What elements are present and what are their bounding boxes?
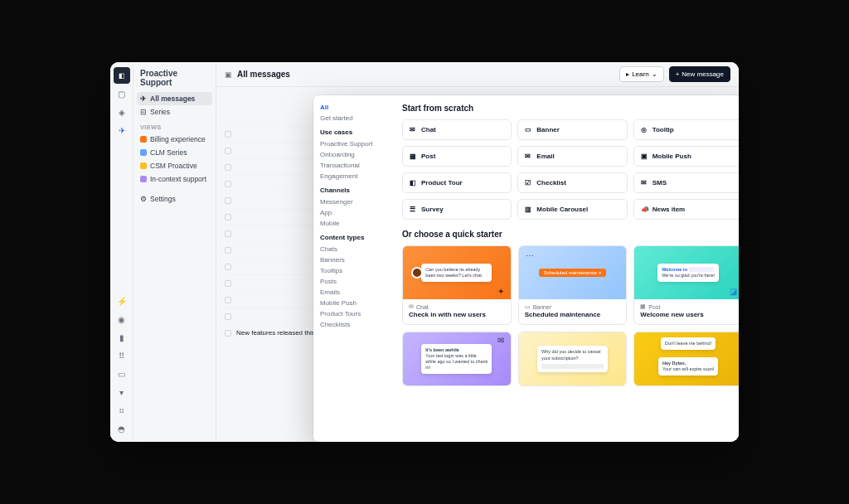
filter-use-case[interactable]: Proactive Support [320,138,386,149]
starter-card-banner-maintenance[interactable]: Scheduled maintenance × ⋯ ▭Banner Schedu… [518,245,628,325]
row-checkbox[interactable] [225,181,231,187]
filter-all[interactable]: All [320,102,386,113]
sidebar-view-incontext[interactable]: In-context support [137,172,212,186]
filter-content-type[interactable]: Product Tours [320,308,386,319]
sidebar-views-header: VIEWS [137,119,212,133]
sidebar-view-billing[interactable]: Billing experience [137,133,212,146]
starter-card-chat-checkin[interactable]: Can you believe its already been two wee… [402,245,512,325]
avatar-icon [411,267,423,279]
banner-icon: ▭ [525,126,532,133]
sidebar-view-csm[interactable]: CSM Proactive [137,159,212,172]
starter-card-cart-expiry[interactable]: Don't leave me behind! Hey Dylan, Your c… [633,332,739,386]
scratch-chip-mobile-push[interactable]: ▣Mobile Push [633,146,739,167]
scratch-chip-chat[interactable]: ✉Chat [402,119,512,140]
sidebar-title: Proactive Support [137,67,212,92]
bubble-text: Why did you decide to cancel your subscr… [537,346,608,371]
scratch-chip-survey[interactable]: ☰Survey [402,199,512,220]
scratch-chip-checklist[interactable]: ☑Checklist [517,172,627,193]
sidebar-item-all-messages[interactable]: ✈ All messages [137,92,212,105]
rail-reports-icon[interactable]: ▮ [114,329,130,346]
filter-content-type[interactable]: Chats [320,244,386,254]
rail-cart-icon[interactable]: ▾ [114,384,130,400]
filter-use-case[interactable]: Engagement [320,171,386,182]
filter-channel[interactable]: Mobile [320,218,386,229]
filter-content-type[interactable]: Posts [320,276,386,287]
plus-icon: + [676,70,680,78]
news-item-icon: 📣 [641,206,648,213]
row-checkbox[interactable] [225,264,231,270]
row-checkbox[interactable] [225,214,231,220]
filter-use-case[interactable]: Transactional [320,160,386,171]
scratch-chip-tooltip[interactable]: ◎Tooltip [633,119,739,140]
bubble-text: Welcome to We're so glad you're here! [657,264,719,282]
row-checkbox[interactable] [225,164,231,171]
new-message-modal: × All Get started Use cases Proactive Su… [313,95,739,442]
row-checkbox[interactable] [225,230,231,237]
chat-icon: ✉ [409,303,414,310]
dot-icon [140,149,147,156]
card-thumb: Scheduled maintenance × ⋯ [519,246,627,299]
starter-card-post-welcome[interactable]: Welcome to We're so glad you're here! ◪ … [633,245,739,325]
rail-inbox-icon[interactable]: ▢ [114,85,130,102]
starter-card-cancel-survey[interactable]: Why did you decide to cancel your subscr… [518,332,628,386]
filter-content-type[interactable]: Banners [320,254,386,265]
topbar: ▣ All messages ▸ Learn ⌄ + New message [216,62,739,87]
filter-content-type[interactable]: Emails [320,287,386,298]
filter-content-type[interactable]: Mobile Push [320,298,386,308]
starter-title: Or choose a quick starter [402,230,739,239]
filter-content-type[interactable]: Tooltips [320,265,386,276]
rail-apps-icon[interactable]: ⠶ [114,402,130,419]
scratch-chip-news-item[interactable]: 📣News item [633,199,739,220]
tooltip-icon: ◎ [641,126,648,133]
scratch-chip-product-tour[interactable]: ◧Product Tour [402,172,512,193]
scratch-chip-banner[interactable]: ▭Banner [517,119,627,140]
sidebar-view-clm[interactable]: CLM Series [137,146,212,159]
filter-channel[interactable]: Messenger [320,196,386,207]
scratch-chip-post[interactable]: ▦Post [402,146,512,167]
row-checkbox[interactable] [225,313,231,320]
rail-book-icon[interactable]: ▭ [114,366,130,382]
modal-body: Start from scratch ✉Chat▭Banner◎Tooltip▦… [392,95,739,442]
card-thumb: It's been awhile Your last login was a l… [403,332,511,385]
ribbon-text: Scheduled maintenance × [539,269,607,277]
post-icon: ▦ [640,303,646,310]
app-logo-icon[interactable]: ◧ [114,67,130,84]
modal-sidebar: All Get started Use cases Proactive Supp… [313,95,392,442]
rail-automation-icon[interactable]: ⚡ [114,293,130,309]
row-checkbox[interactable] [225,297,231,303]
row-checkbox[interactable] [225,197,231,204]
bubble-text: It's been awhile Your last login was a l… [421,344,492,375]
bubble-top: Don't leave me behind! [661,337,716,350]
email-icon: ✉ [525,153,532,160]
rail-idea-icon[interactable]: ◉ [114,311,130,327]
group-channels: Channels [320,187,386,194]
sidebar-item-label: Settings [150,195,176,203]
new-message-button[interactable]: + New message [669,66,730,82]
row-checkbox[interactable] [225,247,231,254]
group-content-types: Content types [320,234,386,241]
post-icon: ▦ [410,153,417,160]
new-window-icon[interactable]: ▣ [225,70,232,79]
filter-get-started[interactable]: Get started [320,113,386,124]
starter-card-reengage[interactable]: It's been awhile Your last login was a l… [402,332,512,386]
row-checkbox[interactable] [225,148,231,154]
survey-icon: ☰ [410,206,417,213]
chevron-down-icon: ⌄ [652,70,657,78]
rail-people-icon[interactable]: ⠿ [114,347,130,364]
rail-outbound-icon[interactable]: ✈ [114,122,130,138]
row-checkbox[interactable] [225,280,231,287]
learn-icon: ▸ [626,70,629,78]
scratch-chip-email[interactable]: ✉Email [517,146,627,167]
row-checkbox[interactable] [225,131,231,138]
row-checkbox[interactable] [225,330,231,337]
sidebar-item-series[interactable]: ⊟ Series [137,105,212,119]
scratch-chip-sms[interactable]: ✉SMS [633,172,739,193]
filter-channel[interactable]: App [320,207,386,218]
filter-content-type[interactable]: Checklists [320,319,386,330]
sidebar-settings[interactable]: ⚙ Settings [137,192,212,206]
filter-use-case[interactable]: Onboarding [320,149,386,160]
rail-hat-icon[interactable]: ◓ [114,420,130,437]
scratch-chip-mobile-carousel[interactable]: ▥Mobile Carousel [517,199,627,220]
rail-item-icon[interactable]: ◈ [114,104,130,120]
learn-button[interactable]: ▸ Learn ⌄ [619,66,663,82]
